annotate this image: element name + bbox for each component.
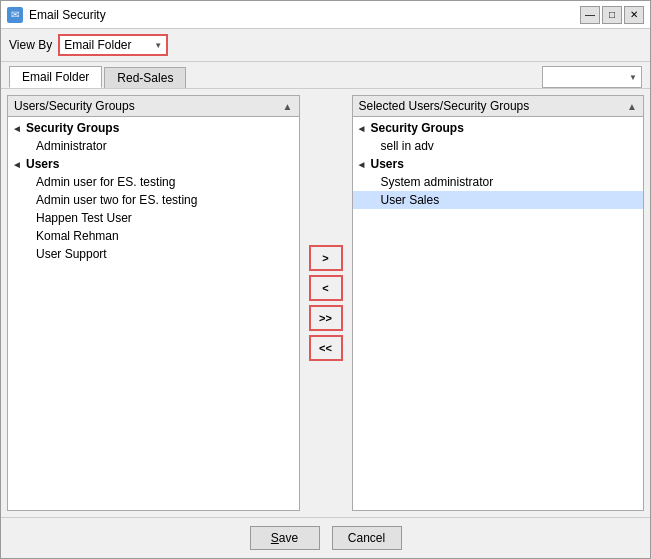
left-users-expand-icon: ◄ xyxy=(12,159,22,170)
left-user-item-1[interactable]: Admin user two for ES. testing xyxy=(8,191,299,209)
left-sg-item-administrator[interactable]: Administrator xyxy=(8,137,299,155)
minimize-button[interactable]: — xyxy=(580,6,600,24)
app-icon: ✉ xyxy=(7,7,23,23)
right-users-expand-icon: ◄ xyxy=(357,159,367,170)
left-user-item-4[interactable]: User Support xyxy=(8,245,299,263)
right-panel-title: Selected Users/Security Groups xyxy=(359,99,530,113)
left-user-item-0[interactable]: Admin user for ES. testing xyxy=(8,173,299,191)
tab-bar: Email Folder Red-Sales xyxy=(1,62,650,89)
right-sg-item-sell-in-adv[interactable]: sell in adv xyxy=(353,137,644,155)
move-all-right-button[interactable]: >> xyxy=(309,305,343,331)
maximize-button[interactable]: □ xyxy=(602,6,622,24)
tab-red-sales[interactable]: Red-Sales xyxy=(104,67,186,88)
window-title: Email Security xyxy=(29,8,106,22)
right-panel-header: Selected Users/Security Groups ▲ xyxy=(353,96,644,117)
left-security-groups-section[interactable]: ◄ Security Groups xyxy=(8,119,299,137)
right-sg-expand-icon: ◄ xyxy=(357,123,367,134)
tab-right-dropdown[interactable] xyxy=(542,66,642,88)
view-by-label: View By xyxy=(9,38,52,52)
left-panel: Users/Security Groups ▲ ◄ Security Group… xyxy=(7,95,300,511)
footer: Save Cancel xyxy=(1,517,650,558)
right-security-groups-section[interactable]: ◄ Security Groups xyxy=(353,119,644,137)
main-content: Users/Security Groups ▲ ◄ Security Group… xyxy=(1,89,650,517)
right-panel-sort-icon: ▲ xyxy=(627,101,637,112)
move-left-button[interactable]: < xyxy=(309,275,343,301)
left-user-item-3[interactable]: Komal Rehman xyxy=(8,227,299,245)
right-user-item-0[interactable]: System administrator xyxy=(353,173,644,191)
left-sg-expand-icon: ◄ xyxy=(12,123,22,134)
cancel-label: Cancel xyxy=(348,531,385,545)
move-all-left-button[interactable]: << xyxy=(309,335,343,361)
left-users-section[interactable]: ◄ Users xyxy=(8,155,299,173)
email-security-window: ✉ Email Security — □ ✕ View By Email Fol… xyxy=(0,0,651,559)
title-bar-left: ✉ Email Security xyxy=(7,7,106,23)
left-sg-label: Security Groups xyxy=(26,121,119,135)
cancel-button[interactable]: Cancel xyxy=(332,526,402,550)
save-button[interactable]: Save xyxy=(250,526,320,550)
right-user-item-1[interactable]: User Sales xyxy=(353,191,644,209)
left-panel-title: Users/Security Groups xyxy=(14,99,135,113)
right-panel-content: ◄ Security Groups sell in adv ◄ Users Sy… xyxy=(353,117,644,510)
move-right-button[interactable]: > xyxy=(309,245,343,271)
save-label: Save xyxy=(271,531,298,545)
left-user-item-2[interactable]: Happen Test User xyxy=(8,209,299,227)
transfer-buttons-group: > < >> << xyxy=(306,95,346,511)
view-by-value: Email Folder xyxy=(64,38,131,52)
title-bar-controls: — □ ✕ xyxy=(580,6,644,24)
right-panel: Selected Users/Security Groups ▲ ◄ Secur… xyxy=(352,95,645,511)
toolbar: View By Email Folder xyxy=(1,29,650,62)
left-panel-sort-icon: ▲ xyxy=(283,101,293,112)
close-button[interactable]: ✕ xyxy=(624,6,644,24)
right-sg-label: Security Groups xyxy=(371,121,464,135)
left-panel-header: Users/Security Groups ▲ xyxy=(8,96,299,117)
right-users-label: Users xyxy=(371,157,404,171)
right-users-section[interactable]: ◄ Users xyxy=(353,155,644,173)
left-panel-content: ◄ Security Groups Administrator ◄ Users … xyxy=(8,117,299,510)
tab-email-folder[interactable]: Email Folder xyxy=(9,66,102,88)
view-by-dropdown[interactable]: Email Folder xyxy=(58,34,168,56)
left-users-label: Users xyxy=(26,157,59,171)
title-bar: ✉ Email Security — □ ✕ xyxy=(1,1,650,29)
